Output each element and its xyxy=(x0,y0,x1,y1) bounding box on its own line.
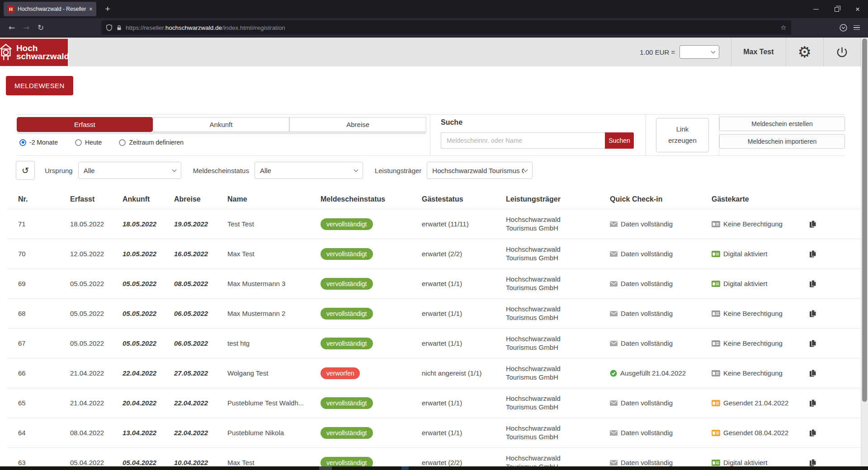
cell-gaestekarte: Digital aktiviert xyxy=(712,250,809,258)
reload-button[interactable]: ↻ xyxy=(33,20,48,35)
cell-nr: 64 xyxy=(7,429,70,437)
radio-heute[interactable]: Heute xyxy=(75,139,102,146)
browser-tab[interactable]: H Hochschwarzwald - Reseller Kas × xyxy=(4,2,96,16)
copy-icon[interactable] xyxy=(809,280,816,288)
link-erzeugen-button[interactable]: Linkerzeugen xyxy=(656,118,709,152)
logout-button[interactable] xyxy=(823,38,861,66)
ursprung-select[interactable]: Alle xyxy=(78,162,181,179)
col-erfasst: Erfasst xyxy=(70,195,123,203)
cuckoo-clock-icon xyxy=(0,42,13,62)
cell-gaestestatus: erwartet (2/2) xyxy=(422,459,506,466)
col-meldescheinstatus: Meldescheinstatus xyxy=(321,195,422,203)
radio-2-monate[interactable]: -2 Monate xyxy=(19,139,58,146)
minimize-icon xyxy=(813,9,819,9)
envelope-icon xyxy=(610,311,618,316)
status-badge: vervollständigt xyxy=(321,427,373,439)
cell-quick-checkin: Daten vollständig xyxy=(610,339,712,347)
table-row[interactable]: 66 21.04.2022 22.04.2022 27.05.2022 Wolg… xyxy=(7,358,861,388)
copy-icon[interactable] xyxy=(809,339,816,348)
table-row[interactable]: 70 12.05.2022 10.05.2022 16.05.2022 Max … xyxy=(7,239,861,268)
scrollbar-thumb[interactable] xyxy=(862,38,867,402)
cell-quick-checkin: Daten vollständig xyxy=(610,310,712,317)
search-button[interactable]: Suchen xyxy=(605,132,634,149)
cell-abreise: 22.04.2022 xyxy=(174,429,227,437)
cell-name: Max Test xyxy=(227,250,321,258)
user-name[interactable]: Max Test xyxy=(743,48,774,56)
cell-leistungstraeger: Hochschwarzwald Tourismus GmbH xyxy=(506,365,610,382)
table-row[interactable]: 69 05.05.2022 05.05.2022 08.05.2022 Max … xyxy=(7,268,861,298)
col-gaestekarte: Gästekarte xyxy=(712,195,809,203)
guest-card-icon xyxy=(712,310,720,317)
leistungstraeger-select[interactable]: Hochschwarzwald Tourismus G xyxy=(427,162,533,179)
table-row[interactable]: 65 21.04.2022 20.04.2022 22.04.2022 Pust… xyxy=(7,388,861,418)
radio-zeitraum[interactable]: Zeitraum definieren xyxy=(119,139,184,146)
search-input[interactable] xyxy=(441,132,605,149)
tab-erfasst[interactable]: Erfasst xyxy=(17,117,153,132)
table-row[interactable]: 71 18.05.2022 18.05.2022 19.05.2022 Test… xyxy=(7,209,861,239)
cell-name: test htg xyxy=(227,339,321,347)
copy-icon[interactable] xyxy=(809,429,816,437)
table-row[interactable]: 64 08.04.2022 13.04.2022 22.04.2022 Pust… xyxy=(7,418,861,447)
gear-icon[interactable]: ⚙ xyxy=(798,44,811,60)
guest-card-icon xyxy=(712,400,720,406)
copy-icon[interactable] xyxy=(809,399,816,407)
cell-abreise: 16.05.2022 xyxy=(174,250,227,258)
copy-icon[interactable] xyxy=(809,220,816,228)
close-tab-icon[interactable]: × xyxy=(89,5,93,13)
currency-select[interactable] xyxy=(679,45,719,59)
bookmark-star-icon[interactable]: ☆ xyxy=(778,22,789,33)
chevron-down-icon xyxy=(524,167,528,172)
copy-icon[interactable] xyxy=(809,310,816,318)
status-badge: vervollständigt xyxy=(321,397,373,409)
cell-name: Test Test xyxy=(227,220,321,228)
cell-quick-checkin: Daten vollständig xyxy=(610,220,712,228)
back-button[interactable]: ← xyxy=(5,20,19,35)
power-icon xyxy=(835,46,849,59)
page-scrollbar[interactable] xyxy=(861,38,868,470)
status-badge: vervollständigt xyxy=(321,248,373,260)
app-header: Hochschwarzwald 1.00 EUR = Max Test ⚙ xyxy=(0,38,861,66)
cell-status: vervollständigt xyxy=(321,427,422,439)
menu-hamburger-icon[interactable] xyxy=(850,21,863,34)
tracking-shield-icon[interactable] xyxy=(106,24,113,31)
table-body: 71 18.05.2022 18.05.2022 19.05.2022 Test… xyxy=(7,209,861,470)
guest-card-icon xyxy=(712,370,720,376)
cell-name: Max Mustermann 2 xyxy=(227,310,321,317)
hochschwarzwald-logo[interactable]: Hochschwarzwald xyxy=(0,39,68,66)
meldeschein-importieren-button[interactable]: Meldeschein importieren xyxy=(719,134,845,149)
meldeschein-erstellen-button[interactable]: Meldeschein erstellen xyxy=(719,117,845,131)
col-nr: Nr. xyxy=(7,195,70,203)
meldewesen-nav-button[interactable]: MELDEWESEN xyxy=(6,76,73,95)
cell-nr: 67 xyxy=(7,339,70,347)
tab-ankunft[interactable]: Ankunft xyxy=(153,117,290,132)
search-title: Suche xyxy=(441,118,646,127)
table-row[interactable]: 67 05.05.2022 05.05.2022 06.05.2022 test… xyxy=(7,328,861,358)
copy-icon[interactable] xyxy=(809,459,816,467)
minimize-button[interactable] xyxy=(806,0,826,18)
cell-nr: 68 xyxy=(7,310,70,317)
copy-icon[interactable] xyxy=(809,250,816,258)
exchange-rate-label: 1.00 EUR = xyxy=(640,48,675,56)
cell-nr: 71 xyxy=(7,220,70,228)
meldescheinstatus-select[interactable]: Alle xyxy=(255,162,363,179)
copy-icon[interactable] xyxy=(809,369,816,377)
tab-abreise[interactable]: Abreise xyxy=(289,117,426,132)
cell-leistungstraeger: Hochschwarzwald Tourismus GmbH xyxy=(506,275,610,292)
cell-erfasst: 12.05.2022 xyxy=(70,250,123,258)
cell-erfasst: 05.05.2022 xyxy=(70,280,123,287)
leistungstraeger-label: Leistungsträger xyxy=(375,167,421,174)
restore-button[interactable] xyxy=(826,0,847,18)
cell-gaestekarte: Keine Berechtigung xyxy=(712,310,809,317)
pocket-icon[interactable] xyxy=(836,21,850,34)
filter-tabs: Erfasst Ankunft Abreise xyxy=(17,117,426,134)
cell-abreise: 10.04.2022 xyxy=(174,459,227,466)
reset-filters-button[interactable]: ↺ xyxy=(16,161,35,180)
url-bar[interactable]: https://reseller.hochschwarzwald.de/inde… xyxy=(101,20,791,35)
new-tab-button[interactable]: + xyxy=(101,2,114,16)
cell-actions xyxy=(809,399,861,407)
cell-ankunft: 05.05.2022 xyxy=(123,339,174,347)
close-window-button[interactable]: × xyxy=(847,0,868,18)
lock-icon[interactable] xyxy=(116,24,122,31)
cell-abreise: 06.05.2022 xyxy=(174,339,227,347)
table-row[interactable]: 68 05.05.2022 05.05.2022 06.05.2022 Max … xyxy=(7,298,861,328)
